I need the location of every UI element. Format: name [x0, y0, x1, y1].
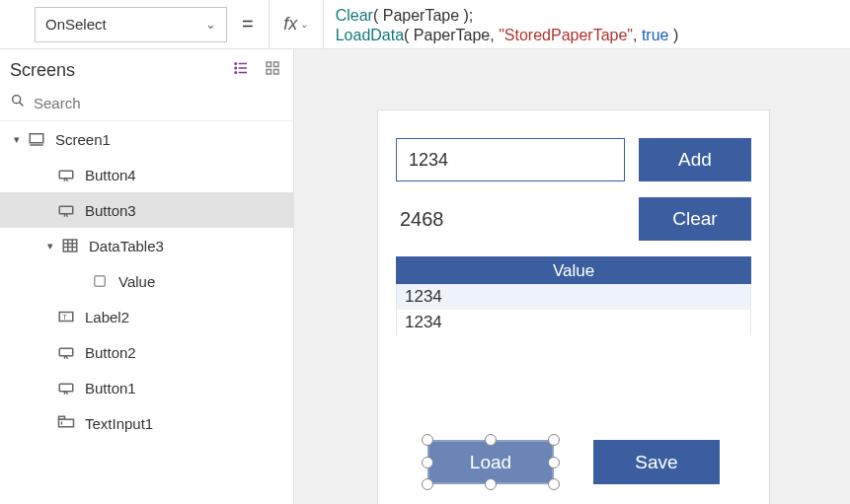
add-button[interactable]: Add	[639, 138, 751, 181]
svg-rect-12	[30, 134, 43, 143]
resize-handle[interactable]	[548, 457, 560, 468]
formula-bar: OnSelect ⌄ = fx ⌄ Clear( PaperTape ); Lo…	[0, 0, 850, 49]
text-input-value: 1234	[409, 150, 448, 171]
button-icon	[57, 201, 75, 219]
svg-rect-14	[59, 171, 73, 179]
tree-panel-header: Screens	[0, 49, 293, 87]
column-icon	[91, 272, 109, 290]
svg-point-5	[235, 72, 237, 74]
svg-rect-8	[267, 70, 271, 75]
formula-editor[interactable]: Clear( PaperTape ); LoadData( PaperTape,…	[324, 0, 850, 49]
fx-label: fx	[283, 14, 297, 35]
data-table[interactable]: Value 12341234	[396, 256, 751, 335]
tree-item-label: DataTable3	[89, 238, 164, 254]
button-icon	[57, 379, 75, 396]
svg-rect-21	[95, 276, 106, 287]
tree-view-list-icon[interactable]	[232, 59, 250, 81]
property-select[interactable]: OnSelect ⌄	[35, 7, 227, 42]
tree-panel-title: Screens	[10, 60, 75, 81]
search-row	[0, 87, 293, 121]
tree-item-label: Button1	[85, 380, 136, 396]
textinput-icon	[57, 414, 75, 432]
svg-point-3	[235, 63, 237, 65]
tree-view-grid-icon[interactable]	[264, 59, 281, 81]
resize-handle[interactable]	[422, 457, 433, 468]
button-icon	[57, 166, 75, 183]
tree-panel: Screens ▾Screen1Button4Button3▾DataTable…	[0, 49, 294, 504]
tree-item-datatable3[interactable]: ▾DataTable3	[0, 228, 293, 263]
resize-handle[interactable]	[485, 434, 497, 446]
fx-button[interactable]: fx ⌄	[269, 0, 324, 49]
label-icon: T	[57, 308, 75, 325]
tree-item-label: Label2	[85, 309, 129, 325]
tree-item-label: Button3	[85, 202, 136, 219]
expand-arrow-icon[interactable]: ▾	[10, 133, 24, 146]
tree-item-label: Button4	[85, 167, 136, 183]
tree-item-value[interactable]: Value	[0, 263, 293, 299]
sum-label: 2468	[400, 208, 444, 231]
svg-point-10	[13, 96, 21, 104]
svg-rect-6	[267, 62, 271, 67]
tree-item-screen1[interactable]: ▾Screen1	[0, 121, 293, 157]
resize-handle[interactable]	[548, 478, 560, 490]
equals-sign: =	[242, 13, 254, 36]
tree-item-label: Value	[118, 273, 155, 290]
design-canvas[interactable]: 1234 Add 2468 Clear Value 12341234 Load	[294, 49, 850, 504]
svg-text:T: T	[62, 313, 67, 322]
search-input[interactable]	[34, 95, 283, 111]
load-button-selected[interactable]: Load	[427, 440, 554, 484]
resize-handle[interactable]	[548, 434, 560, 446]
screen-icon	[28, 130, 45, 148]
button-icon	[57, 343, 75, 361]
tree-item-button1[interactable]: Button1	[0, 370, 293, 405]
table-header: Value	[396, 256, 751, 284]
tree-view: ▾Screen1Button4Button3▾DataTable3ValueTL…	[0, 121, 293, 504]
app-preview: 1234 Add 2468 Clear Value 12341234 Load	[378, 110, 769, 504]
svg-rect-24	[59, 348, 73, 356]
svg-line-11	[20, 103, 24, 107]
resize-handle[interactable]	[422, 434, 433, 446]
svg-rect-16	[63, 240, 77, 252]
table-row[interactable]: 1234	[396, 310, 751, 335]
tree-item-label: TextInput1	[85, 415, 153, 432]
expand-arrow-icon[interactable]: ▾	[43, 240, 57, 252]
search-icon	[10, 93, 26, 112]
svg-rect-28	[59, 416, 65, 419]
svg-rect-25	[59, 384, 73, 392]
chevron-down-icon: ⌄	[205, 17, 216, 32]
tree-item-button3[interactable]: Button3	[0, 192, 293, 228]
resize-handle[interactable]	[422, 478, 433, 490]
clear-button[interactable]: Clear	[639, 197, 751, 241]
svg-rect-7	[274, 62, 279, 67]
tree-item-label2[interactable]: TLabel2	[0, 299, 293, 334]
tree-item-label: Button2	[85, 344, 136, 361]
datatable-icon	[61, 237, 79, 254]
resize-handle[interactable]	[485, 478, 497, 490]
tree-item-button4[interactable]: Button4	[0, 157, 293, 192]
svg-rect-9	[274, 70, 279, 75]
table-row[interactable]: 1234	[396, 284, 751, 310]
chevron-down-icon: ⌄	[300, 19, 308, 30]
svg-rect-15	[59, 206, 73, 214]
svg-point-4	[235, 67, 237, 69]
property-select-value: OnSelect	[45, 16, 107, 33]
tree-item-textinput1[interactable]: TextInput1	[0, 405, 293, 441]
tree-item-button2[interactable]: Button2	[0, 334, 293, 370]
save-button[interactable]: Save	[593, 440, 720, 484]
main-area: Screens ▾Screen1Button4Button3▾DataTable…	[0, 49, 850, 504]
tree-item-label: Screen1	[55, 131, 111, 148]
text-input-preview[interactable]: 1234	[396, 138, 625, 181]
